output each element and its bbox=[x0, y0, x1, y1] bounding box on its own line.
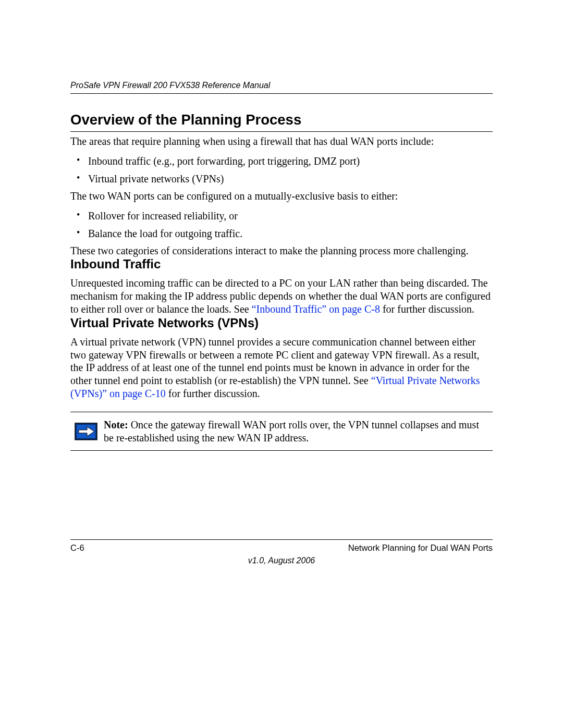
page-footer: C-6 Network Planning for Dual WAN Ports … bbox=[70, 539, 493, 565]
list-item: Virtual private networks (VPNs) bbox=[70, 172, 493, 186]
footer-rule bbox=[70, 539, 493, 540]
mid-paragraph-1: The two WAN ports can be configured on a… bbox=[70, 190, 493, 203]
running-header: ProSafe VPN Firewall 200 FVX538 Referenc… bbox=[70, 81, 493, 94]
note-label: Note: bbox=[104, 419, 128, 430]
note-body: Once the gateway firewall WAN port rolls… bbox=[104, 419, 479, 443]
arrow-right-icon bbox=[75, 423, 97, 440]
subsection-heading-inbound: Inbound Traffic bbox=[70, 257, 493, 272]
content-area: ProSafe VPN Firewall 200 FVX538 Referenc… bbox=[70, 81, 493, 451]
document-page: ProSafe VPN Firewall 200 FVX538 Referenc… bbox=[0, 0, 563, 728]
footer-row: C-6 Network Planning for Dual WAN Ports bbox=[70, 543, 493, 553]
list-item: Rollover for increased reliability, or bbox=[70, 209, 493, 223]
mid-paragraph-2: These two categories of considerations i… bbox=[70, 244, 493, 257]
footer-version: v1.0, August 2006 bbox=[70, 556, 493, 565]
bullet-list-2: Rollover for increased reliability, or B… bbox=[70, 209, 493, 240]
note-callout: Note: Once the gateway firewall WAN port… bbox=[70, 412, 493, 451]
list-item: Balance the load for outgoing traffic. bbox=[70, 227, 493, 240]
text-span: for further discussion. bbox=[380, 303, 474, 315]
subsection-heading-vpn: Virtual Private Networks (VPNs) bbox=[70, 316, 493, 330]
bullet-list-1: Inbound traffic (e.g., port forwarding, … bbox=[70, 154, 493, 186]
inbound-paragraph: Unrequested incoming traffic can be dire… bbox=[70, 277, 493, 315]
section-heading-overview: Overview of the Planning Process bbox=[70, 112, 493, 132]
vpn-paragraph: A virtual private network (VPN) tunnel p… bbox=[70, 336, 493, 400]
chapter-title: Network Planning for Dual WAN Ports bbox=[348, 543, 493, 553]
intro-paragraph: The areas that require planning when usi… bbox=[70, 135, 493, 148]
text-span: for further discussion. bbox=[166, 388, 260, 399]
list-item: Inbound traffic (e.g., port forwarding, … bbox=[70, 154, 493, 168]
page-number: C-6 bbox=[70, 543, 84, 553]
note-text: Note: Once the gateway firewall WAN port… bbox=[101, 416, 492, 447]
xref-inbound-traffic[interactable]: “Inbound Traffic” on page C-8 bbox=[252, 303, 380, 315]
note-icon-wrap bbox=[71, 416, 101, 447]
